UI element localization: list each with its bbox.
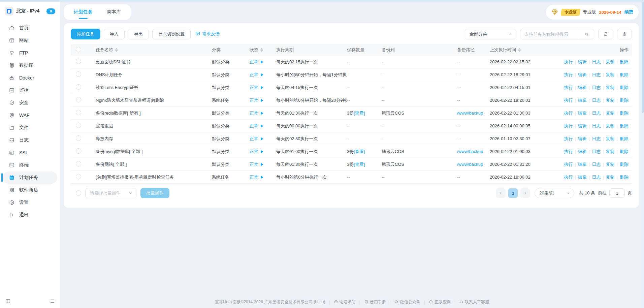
collapse-sidebar-icon[interactable] (5, 298, 11, 304)
action-log-link[interactable]: 日志 (592, 149, 601, 155)
goto-page-input[interactable] (609, 188, 625, 198)
menu-list-icon[interactable] (49, 298, 55, 304)
column-header-status[interactable]: 状态 (250, 47, 276, 53)
footer-link-wechat[interactable]: 微信公众号 (394, 299, 420, 305)
action-delete-link[interactable]: 删除 (620, 149, 629, 155)
row-checkbox[interactable] (76, 135, 81, 141)
action-log-link[interactable]: 日志 (592, 85, 601, 91)
column-header-last-run[interactable]: 上次执行时间 (490, 47, 549, 53)
action-log-link[interactable]: 日志 (592, 72, 601, 78)
batch-select-all-checkbox[interactable] (76, 190, 81, 196)
action-delete-link[interactable]: 删除 (620, 136, 629, 142)
next-page-button[interactable] (520, 188, 530, 198)
footer-link-support[interactable]: 联系人工客服 (459, 299, 489, 305)
keep-view-link[interactable]: [查看] (354, 111, 365, 116)
action-edit-link[interactable]: 编辑 (578, 123, 587, 129)
action-run-link[interactable]: 执行 (564, 72, 573, 78)
row-checkbox[interactable] (76, 148, 81, 154)
page-1-button[interactable]: 1 (508, 188, 518, 198)
scrollbar[interactable] (642, 0, 644, 308)
refresh-button[interactable] (598, 29, 613, 39)
action-edit-link[interactable]: 编辑 (578, 149, 587, 155)
action-log-link[interactable]: 日志 (592, 59, 601, 65)
action-log-link[interactable]: 日志 (592, 110, 601, 116)
action-log-link[interactable]: 日志 (592, 97, 601, 103)
action-edit-link[interactable]: 编辑 (578, 59, 587, 65)
backup-path-link[interactable]: /www/backup (457, 149, 483, 154)
task-status[interactable]: 正常 (250, 136, 263, 142)
feedback-link[interactable]: 需求反馈 (195, 31, 220, 37)
action-edit-link[interactable]: 编辑 (578, 161, 587, 167)
search-button[interactable] (579, 29, 594, 39)
task-status[interactable]: 正常 (250, 174, 263, 180)
task-status[interactable]: 正常 (250, 161, 263, 167)
task-status[interactable]: 正常 (250, 110, 263, 116)
sort-icon[interactable] (260, 48, 263, 52)
page-size-select[interactable]: 20条/页 (535, 188, 574, 198)
action-delete-link[interactable]: 删除 (620, 85, 629, 91)
action-copy-link[interactable]: 复制 (606, 110, 615, 116)
task-status[interactable]: 正常 (250, 149, 263, 155)
action-edit-link[interactable]: 编辑 (578, 72, 587, 78)
sidebar-item-logout[interactable]: 退出 (3, 209, 57, 221)
footer-link-manual[interactable]: 使用手册 (364, 299, 386, 305)
task-status[interactable]: 正常 (250, 72, 263, 78)
action-delete-link[interactable]: 删除 (620, 97, 629, 103)
footer-link-genuine-check[interactable]: 正版查询 (429, 299, 451, 305)
server-selector[interactable]: 北京 - IPv4 0 (0, 0, 60, 18)
action-copy-link[interactable]: 复制 (606, 85, 615, 91)
action-run-link[interactable]: 执行 (564, 110, 573, 116)
action-log-link[interactable]: 日志 (592, 161, 601, 167)
action-copy-link[interactable]: 复制 (606, 59, 615, 65)
tab-script-library[interactable]: 脚本库 (100, 6, 128, 19)
task-status[interactable]: 正常 (250, 59, 263, 65)
row-checkbox[interactable] (76, 110, 81, 115)
action-delete-link[interactable]: 删除 (620, 59, 629, 65)
action-copy-link[interactable]: 复制 (606, 136, 615, 142)
sidebar-item-cron[interactable]: 计划任务 (3, 172, 57, 184)
backup-path-link[interactable]: /www/backup (457, 111, 483, 116)
row-checkbox[interactable] (76, 123, 81, 128)
action-run-link[interactable]: 执行 (564, 136, 573, 142)
search-input[interactable] (520, 32, 579, 37)
action-edit-link[interactable]: 编辑 (578, 110, 587, 116)
action-edit-link[interactable]: 编辑 (578, 174, 587, 180)
scrollbar-thumb[interactable] (642, 2, 644, 113)
sidebar-item-security[interactable]: 安全 (3, 97, 57, 109)
action-run-link[interactable]: 执行 (564, 174, 573, 180)
renew-link[interactable]: 续费 (624, 9, 633, 15)
select-all-checkbox[interactable] (76, 47, 81, 52)
keep-view-link[interactable]: [查看] (354, 149, 365, 154)
sidebar-item-docker[interactable]: Docker (3, 72, 57, 84)
action-log-link[interactable]: 日志 (592, 123, 601, 129)
import-button[interactable]: 导入 (104, 29, 125, 39)
action-copy-link[interactable]: 复制 (606, 161, 615, 167)
sidebar-item-ftp[interactable]: FTP (3, 47, 57, 59)
action-delete-link[interactable]: 删除 (620, 161, 629, 167)
row-checkbox[interactable] (76, 84, 81, 90)
row-checkbox[interactable] (76, 161, 81, 166)
action-edit-link[interactable]: 编辑 (578, 97, 587, 103)
action-delete-link[interactable]: 删除 (620, 174, 629, 180)
task-status[interactable]: 正常 (250, 123, 263, 129)
action-copy-link[interactable]: 复制 (606, 123, 615, 129)
sidebar-item-logs[interactable]: 日志 (3, 134, 57, 146)
sidebar-item-settings[interactable]: 设置 (3, 196, 57, 209)
sidebar-item-home[interactable]: 首页 (3, 22, 57, 34)
sidebar-item-files[interactable]: 文件 (3, 122, 57, 134)
action-run-link[interactable]: 执行 (564, 149, 573, 155)
batch-operation-button[interactable]: 批量操作 (140, 188, 169, 198)
action-edit-link[interactable]: 编辑 (578, 136, 587, 142)
prev-page-button[interactable] (496, 188, 506, 198)
action-edit-link[interactable]: 编辑 (578, 85, 587, 91)
action-log-link[interactable]: 日志 (592, 174, 601, 180)
action-run-link[interactable]: 执行 (564, 85, 573, 91)
sidebar-item-site[interactable]: 网站 (3, 34, 57, 47)
row-checkbox[interactable] (76, 97, 81, 102)
category-filter-select[interactable]: 全部分类 (465, 29, 516, 39)
sidebar-item-database[interactable]: 数据库 (3, 59, 57, 71)
action-copy-link[interactable]: 复制 (606, 97, 615, 103)
table-settings-gear-button[interactable] (617, 29, 632, 39)
action-copy-link[interactable]: 复制 (606, 174, 615, 180)
action-copy-link[interactable]: 复制 (606, 72, 615, 78)
